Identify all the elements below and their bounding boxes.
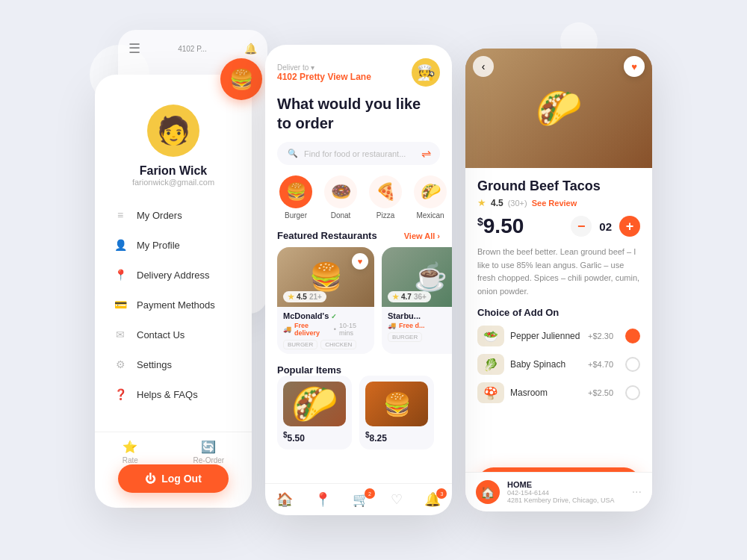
profile-panel: 🍔 🧑 Farion Wick farionwick@gmail.com ≡ M… [95, 75, 252, 508]
product-rating-row: ★ 4.5 (30+) See Review [477, 197, 640, 208]
see-review-link[interactable]: See Review [532, 199, 577, 208]
cat-donat[interactable]: 🍩 Donat [322, 175, 359, 220]
addon-masroom-img: 🍄 [477, 382, 504, 403]
qty-value: 02 [599, 220, 612, 233]
popular-item-tacos[interactable]: $5.50 [277, 376, 352, 449]
popular-item-burger[interactable]: 🍔 $8.25 [359, 376, 434, 449]
search-bar[interactable]: 🔍 Find for food or restaurant... ⇌ [277, 142, 440, 165]
rating-value: 4.5 [491, 198, 503, 208]
popular-section-header: Popular Items [265, 364, 452, 376]
rating-count: (30+) [508, 199, 527, 208]
filter-icon[interactable]: ⇌ [421, 146, 431, 161]
product-hero-image: ‹ ♥ [465, 49, 652, 168]
addon-masroom-price: +$2.50 [588, 388, 613, 397]
menu-item-contact[interactable]: ✉ Contact Us [107, 320, 240, 349]
burger-price: $8.25 [365, 431, 428, 444]
category-row: 🍔 Burger 🍩 Donat 🍕 Pizza 🌮 Mexican 🍜 Asi… [265, 175, 452, 230]
nav-bell[interactable]: 🔔 3 [424, 491, 441, 508]
bottom-rate[interactable]: ⭐ Rate [123, 440, 138, 464]
bottom-bar: ⭐ Rate 🔄 Re-Order [95, 432, 252, 464]
user-name: Farion Wick [140, 164, 208, 178]
mcdonalds-heart-icon[interactable]: ♥ [352, 253, 368, 270]
home-address-bar: 🏠 HOME 042-154-6144 4281 Kembery Drive, … [465, 472, 652, 511]
starbucks-delivery: 🚚 Free d... [388, 322, 452, 329]
menu-label-help: Helps & FAQs [137, 389, 198, 400]
menu-item-payment[interactable]: 💳 Payment Methods [107, 290, 240, 320]
cat-donat-icon: 🍩 [324, 175, 357, 208]
price-row: $9.50 − 02 + [477, 214, 640, 238]
cat-pizza[interactable]: 🍕 Pizza [367, 175, 404, 220]
restaurant-card-mcdonalds[interactable]: 🍔 ♥ ★ 4.5 21+ McDonald's ✓ 🚚 Fr [277, 247, 374, 354]
menu-label-payment: Payment Methods [137, 299, 215, 311]
addon-pepper-img: 🥗 [477, 326, 504, 346]
menu-label-orders: My Orders [137, 210, 182, 221]
menu-label-contact: Contact Us [137, 329, 185, 340]
home-address-icon: 🏠 [476, 480, 500, 504]
orders-icon: ≡ [113, 208, 128, 223]
featured-title: Featured Restaurants [277, 230, 377, 241]
view-all-button[interactable]: View All › [404, 231, 440, 240]
contact-icon: ✉ [113, 327, 128, 342]
home-label: HOME [507, 480, 615, 489]
menu-item-settings[interactable]: ⚙ Settings [107, 349, 240, 379]
addon-spinach-name: Baby Spinach [510, 359, 582, 370]
cat-mexican-label: Mexican [416, 211, 444, 220]
logout-button[interactable]: ⏻ Log Out [118, 464, 229, 493]
favorite-button[interactable]: ♥ [624, 56, 645, 77]
product-detail-panel: ‹ ♥ Ground Beef Tacos ★ 4.5 (30+) See Re… [465, 49, 652, 511]
nav-cart[interactable]: 🛒 2 [353, 491, 369, 508]
popular-items-row: $5.50 🍔 $8.25 [265, 376, 452, 457]
heart-nav-icon: ♡ [391, 491, 403, 508]
addon-pepper[interactable]: 🥗 Pepper Julienned +$2.30 [477, 326, 640, 346]
deliver-address: 4102 Pretty View Lane [277, 72, 371, 82]
menu-label-settings: Settings [137, 359, 172, 370]
product-description: Brown the beef better. Lean ground beef … [477, 246, 640, 298]
settings-icon: ⚙ [113, 357, 128, 372]
starbucks-name: Starbu... [388, 311, 452, 320]
restaurant-card-starbucks[interactable]: ☕ ★ 4.7 36+ Starbu... 🚚 Free d... BURGER [382, 247, 452, 354]
bg-hamburger-icon: ☰ [128, 40, 140, 57]
cat-burger[interactable]: 🍔 Burger [277, 175, 314, 220]
addon-pepper-radio[interactable] [625, 329, 640, 343]
nav-home[interactable]: 🏠 [276, 491, 293, 508]
cat-mexican-icon: 🌮 [414, 175, 447, 208]
home-nav-icon: 🏠 [276, 491, 293, 508]
addon-spinach[interactable]: 🥬 Baby Spinach +$4.70 [477, 354, 640, 375]
burger-float-icon: 🍔 [220, 58, 262, 100]
quantity-control: − 02 + [571, 216, 640, 237]
nav-location[interactable]: 📍 [314, 491, 331, 508]
addon-masroom[interactable]: 🍄 Masroom +$2.50 [477, 382, 640, 403]
more-icon[interactable]: ··· [632, 485, 642, 499]
mcdonalds-delivery: 🚚 Free delivery • 10-15 mins [283, 322, 368, 337]
menu-label-delivery: Delivery Address [137, 270, 210, 281]
home-phone: 042-154-6144 [507, 489, 615, 497]
restaurant-cards: 🍔 ♥ ★ 4.5 21+ McDonald's ✓ 🚚 Fr [265, 247, 452, 364]
search-icon: 🔍 [288, 149, 298, 158]
menu-item-help[interactable]: ❓ Helps & FAQs [107, 379, 240, 409]
qty-plus-button[interactable]: + [619, 216, 640, 237]
menu-item-delivery[interactable]: 📍 Delivery Address [107, 260, 240, 290]
mcdonalds-name: McDonald's ✓ [283, 311, 368, 320]
cat-pizza-icon: 🍕 [369, 175, 402, 208]
addon-spinach-radio[interactable] [625, 357, 640, 372]
burger-img: 🍔 [365, 382, 428, 426]
home-address-text: 4281 Kembery Drive, Chicago, USA [507, 497, 615, 504]
chef-avatar: 🧑‍🍳 [412, 58, 440, 87]
cat-burger-label: Burger [285, 211, 307, 220]
cat-mexican[interactable]: 🌮 Mexican [412, 175, 449, 220]
rate-label: Rate [123, 456, 138, 464]
nav-heart[interactable]: ♡ [391, 491, 403, 508]
cat-donat-label: Donat [331, 211, 351, 220]
addon-spinach-price: +$4.70 [588, 360, 613, 369]
back-button[interactable]: ‹ [473, 56, 494, 77]
user-email: farionwick@gmail.com [132, 178, 214, 187]
bottom-reorder[interactable]: 🔄 Re-Order [193, 440, 225, 464]
addon-pepper-price: +$2.30 [588, 332, 613, 340]
bg-notification-icon: 🔔 [244, 43, 257, 55]
qty-minus-button[interactable]: − [571, 216, 592, 237]
menu-item-orders[interactable]: ≡ My Orders [107, 200, 240, 230]
product-name: Ground Beef Tacos [477, 178, 640, 194]
addon-masroom-radio[interactable] [625, 385, 640, 400]
menu-item-profile[interactable]: 👤 My Profile [107, 230, 240, 260]
cat-burger-icon: 🍔 [279, 175, 312, 208]
